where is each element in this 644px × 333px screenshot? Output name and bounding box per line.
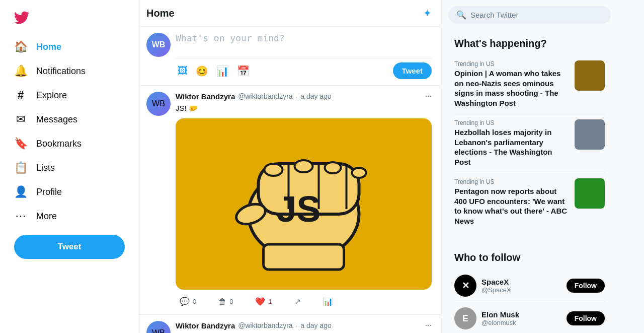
follow-item: E Elon Musk @elonmusk Follow: [454, 302, 605, 333]
follow-button[interactable]: Follow: [567, 311, 605, 325]
search-box: 🔍: [448, 6, 611, 24]
share-button[interactable]: ↗: [290, 295, 305, 308]
trend-title: Opinion | A woman who takes on neo-Nazis…: [454, 69, 570, 108]
follow-name: Elon Musk: [481, 310, 561, 319]
tweet-button[interactable]: Tweet: [14, 235, 125, 259]
trend-title: Hezbollah loses majority in Lebanon's pa…: [454, 127, 570, 167]
schedule-icon[interactable]: 📅: [235, 63, 252, 79]
profile-icon: 👤: [14, 185, 27, 198]
avatar: WB: [146, 92, 171, 116]
emoji-icon[interactable]: 😊: [194, 63, 210, 79]
tweet-item[interactable]: WB Wiktor Bandzyra @wiktorbandzyra · a d…: [138, 315, 440, 333]
avatar: WB: [146, 321, 171, 333]
avatar: ✕: [454, 275, 476, 297]
right-sidebar: 🔍 What's happening? Trending in US Opini…: [440, 0, 619, 333]
who-to-follow-section: Who to follow ✕ SpaceX @SpaceX Follow E …: [448, 246, 611, 333]
svg-text:JS: JS: [276, 189, 320, 229]
trend-thumbnail: [575, 119, 605, 150]
follow-handle: @elonmusk: [481, 319, 561, 326]
main-header: Home ✦: [138, 0, 440, 27]
trend-title: Pentagon now reports about 400 UFO encou…: [454, 186, 570, 226]
tweet-submit-button[interactable]: Tweet: [393, 62, 432, 79]
tweet-image: JS: [176, 118, 432, 290]
messages-icon: ✉: [14, 113, 27, 126]
trend-location: Trending in US: [454, 119, 570, 126]
notifications-icon: 🔔: [14, 64, 27, 78]
tweet-author-name: Wiktor Bandzyra: [176, 321, 235, 330]
compose-avatar: WB: [146, 33, 171, 57]
search-input[interactable]: [470, 11, 603, 19]
whats-happening-section: What's happening? Trending in US Opinion…: [448, 32, 611, 238]
retweet-button[interactable]: 🗑 0: [214, 295, 237, 308]
like-button[interactable]: ❤️ 1: [251, 295, 276, 308]
comment-button[interactable]: 💬 0: [176, 295, 200, 308]
trend-thumbnail: [575, 178, 605, 209]
sidebar-item-notifications[interactable]: 🔔 Notifications: [6, 59, 132, 83]
follow-name: SpaceX: [481, 278, 561, 286]
sidebar-item-lists[interactable]: 📋 Lists: [6, 156, 132, 179]
trend-item[interactable]: Trending in US Pentagon now reports abou…: [454, 173, 605, 232]
twitter-logo: [6, 4, 132, 33]
tweet-author-name: Wiktor Bandzyra: [176, 92, 235, 101]
sidebar-item-messages[interactable]: ✉ Messages: [6, 108, 132, 131]
tweet-item[interactable]: WB Wiktor Bandzyra @wiktorbandzyra · a d…: [138, 86, 440, 315]
follow-item: ✕ SpaceX @SpaceX Follow: [454, 270, 605, 302]
more-icon: ⋯: [14, 210, 27, 223]
heart-icon: ❤️: [255, 297, 265, 306]
svg-point-6: [265, 164, 283, 176]
follow-handle: @SpaceX: [481, 286, 561, 294]
tweet-actions: 💬 0 🗑 0 ❤️ 1 ↗ 📊: [176, 295, 432, 308]
trend-thumbnail: [575, 60, 605, 91]
bookmarks-icon: 🔖: [14, 137, 27, 150]
analytics-button[interactable]: 📊: [319, 295, 337, 308]
avatar: E: [454, 307, 476, 329]
trend-item[interactable]: Trending in US Opinion | A woman who tak…: [454, 55, 605, 114]
tweet-author-handle: @wiktorbandzyra: [238, 321, 292, 329]
poll-icon[interactable]: 📊: [214, 63, 231, 79]
tweet-more-button[interactable]: ···: [425, 321, 432, 330]
sidebar-item-home[interactable]: 🏠 Home: [6, 35, 132, 58]
trend-location: Trending in US: [454, 178, 570, 185]
page-title: Home: [146, 8, 175, 19]
compose-area: WB 🖼 😊 📊 📅 Tweet: [138, 27, 440, 86]
tweet-author-handle: @wiktorbandzyra: [238, 92, 292, 100]
who-to-follow-title: Who to follow: [454, 252, 605, 263]
image-upload-icon[interactable]: 🖼: [176, 63, 190, 79]
whats-happening-title: What's happening?: [454, 38, 605, 49]
svg-point-7: [295, 160, 313, 172]
sidebar: 🏠 Home 🔔 Notifications # Explore ✉ Messa…: [0, 0, 138, 333]
tweet-time: a day ago: [300, 321, 332, 329]
sidebar-item-explore[interactable]: # Explore: [6, 84, 132, 107]
tweet-time: a day ago: [300, 92, 332, 100]
chart-icon: 📊: [323, 297, 333, 306]
main-nav: 🏠 Home 🔔 Notifications # Explore ✉ Messa…: [6, 35, 132, 229]
main-feed: Home ✦ WB 🖼 😊 📊 📅 Tweet WB Wiktor Bandzy…: [138, 0, 440, 333]
share-icon: ↗: [294, 297, 301, 306]
sidebar-item-profile[interactable]: 👤 Profile: [6, 180, 132, 204]
svg-rect-11: [264, 244, 344, 270]
svg-point-9: [352, 168, 366, 178]
sidebar-item-more[interactable]: ⋯ More: [6, 205, 132, 228]
retweet-icon: 🗑: [218, 297, 226, 306]
lists-icon: 📋: [14, 161, 27, 174]
tweet-more-button[interactable]: ···: [425, 92, 432, 101]
sparkles-icon[interactable]: ✦: [423, 7, 432, 19]
explore-icon: #: [14, 89, 27, 102]
follow-button[interactable]: Follow: [567, 279, 605, 293]
tweet-text: JS! 🤛: [176, 103, 432, 113]
sidebar-item-bookmarks[interactable]: 🔖 Bookmarks: [6, 132, 132, 155]
trend-item[interactable]: Trending in US Hezbollah loses majority …: [454, 114, 605, 173]
comment-icon: 💬: [180, 297, 190, 306]
trend-location: Trending in US: [454, 60, 570, 68]
search-icon: 🔍: [456, 10, 466, 20]
svg-point-8: [325, 162, 341, 173]
home-icon: 🏠: [14, 40, 27, 53]
compose-input[interactable]: [176, 33, 432, 54]
